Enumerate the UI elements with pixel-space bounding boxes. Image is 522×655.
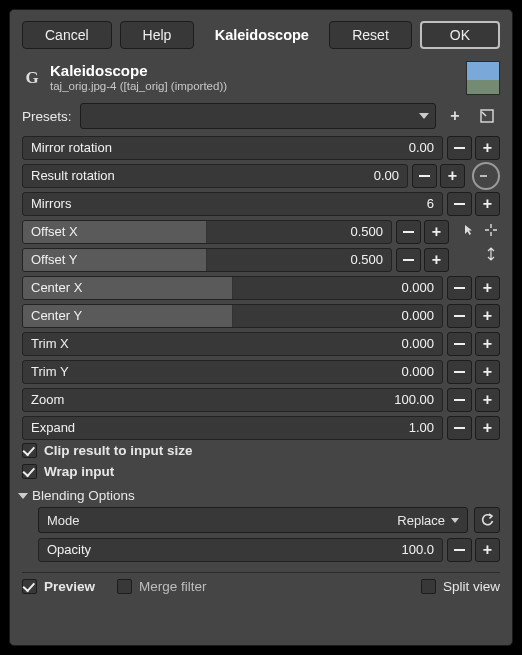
result-rotation-slider[interactable]: Result rotation 0.00	[22, 164, 408, 188]
increment-button[interactable]: +	[475, 136, 500, 160]
blending-options-header[interactable]: Blending Options	[10, 482, 512, 505]
blend-mode-row: Mode Replace	[38, 507, 500, 533]
param-label: Mirrors	[23, 196, 71, 211]
ok-button[interactable]: OK	[420, 21, 500, 49]
mirrors-slider[interactable]: Mirrors 6	[22, 192, 443, 216]
minus-icon	[454, 371, 465, 373]
param-value: 0.000	[401, 308, 434, 323]
trim-y-row: Trim Y 0.000 +	[22, 359, 500, 384]
param-label: Offset X	[23, 224, 78, 239]
center-x-slider[interactable]: Center X 0.000	[22, 276, 443, 300]
chevron-down-icon	[419, 113, 429, 119]
increment-button[interactable]: +	[440, 164, 465, 188]
save-preset-button[interactable]	[474, 103, 500, 129]
center-target-button[interactable]	[482, 221, 500, 239]
reset-blend-mode-button[interactable]	[474, 507, 500, 533]
decrement-button[interactable]	[447, 332, 472, 356]
plus-icon: +	[450, 108, 459, 124]
pick-on-canvas-button[interactable]	[460, 221, 478, 239]
clip-result-label: Clip result to input size	[44, 443, 193, 458]
presets-row: Presets: +	[10, 103, 512, 129]
param-value: 100.0	[401, 542, 434, 557]
merge-filter-checkbox[interactable]	[117, 579, 132, 594]
dialog-title: Kaleidoscope	[50, 63, 458, 80]
trim-x-slider[interactable]: Trim X 0.000	[22, 332, 443, 356]
zoom-slider[interactable]: Zoom 100.00	[22, 388, 443, 412]
presets-combo[interactable]	[80, 103, 436, 129]
wrap-input-checkbox[interactable]	[22, 464, 37, 479]
decrement-button[interactable]	[396, 220, 421, 244]
increment-button[interactable]: +	[475, 416, 500, 440]
dialog-action-bar: Cancel Help Kaleidoscope Reset OK	[10, 10, 512, 58]
minus-icon	[454, 427, 465, 429]
kaleidoscope-dialog: Cancel Help Kaleidoscope Reset OK G Kale…	[9, 9, 513, 646]
param-value: 0.00	[374, 168, 399, 183]
increment-button[interactable]: +	[424, 248, 449, 272]
minus-icon	[419, 175, 430, 177]
decrement-button[interactable]	[447, 304, 472, 328]
increment-button[interactable]: +	[475, 332, 500, 356]
plus-icon: +	[483, 280, 492, 296]
filter-name-label: Kaleidoscope	[215, 21, 309, 49]
increment-button[interactable]: +	[475, 388, 500, 412]
plus-icon: +	[483, 196, 492, 212]
increment-button[interactable]: +	[475, 538, 500, 562]
preview-checkbox[interactable]	[22, 579, 37, 594]
param-label: Zoom	[23, 392, 64, 407]
decrement-button[interactable]	[447, 538, 472, 562]
reset-button[interactable]: Reset	[329, 21, 412, 49]
param-value: 6	[427, 196, 434, 211]
param-value: 0.500	[350, 224, 383, 239]
minus-icon	[454, 203, 465, 205]
trim-y-slider[interactable]: Trim Y 0.000	[22, 360, 443, 384]
opacity-slider[interactable]: Opacity 100.0	[38, 538, 443, 562]
blending-options-panel: Mode Replace Opacity 100.0 +	[10, 505, 512, 562]
trim-x-row: Trim X 0.000 +	[22, 331, 500, 356]
minus-icon	[454, 343, 465, 345]
offset-y-slider[interactable]: Offset Y 0.500	[22, 248, 392, 272]
expand-slider[interactable]: Expand 1.00	[22, 416, 443, 440]
increment-button[interactable]: +	[475, 276, 500, 300]
decrement-button[interactable]	[447, 360, 472, 384]
param-label: Center X	[23, 280, 82, 295]
expand-dims-button[interactable]	[482, 245, 500, 263]
add-preset-button[interactable]: +	[442, 103, 468, 129]
cancel-button[interactable]: Cancel	[22, 21, 112, 49]
param-label: Trim Y	[23, 364, 69, 379]
mirror-rotation-slider[interactable]: Mirror rotation 0.00	[22, 136, 443, 160]
increment-button[interactable]: +	[475, 304, 500, 328]
preview-thumbnail[interactable]	[466, 61, 500, 95]
blend-mode-combo[interactable]: Mode Replace	[38, 507, 468, 533]
increment-button[interactable]: +	[424, 220, 449, 244]
decrement-button[interactable]	[447, 388, 472, 412]
decrement-button[interactable]	[396, 248, 421, 272]
offset-x-slider[interactable]: Offset X 0.500	[22, 220, 392, 244]
decrement-button[interactable]	[447, 276, 472, 300]
center-y-slider[interactable]: Center Y 0.000	[22, 304, 443, 328]
minus-icon	[454, 147, 465, 149]
param-label: Center Y	[23, 308, 82, 323]
gegl-icon: G	[22, 68, 42, 88]
clip-result-checkbox[interactable]	[22, 443, 37, 458]
angle-dial-button[interactable]	[472, 162, 500, 190]
title-block: Kaleidoscope taj_orig.jpg-4 ([taj_orig] …	[50, 63, 458, 92]
help-button[interactable]: Help	[120, 21, 195, 49]
increment-button[interactable]: +	[475, 360, 500, 384]
center-target-icon	[484, 223, 498, 237]
wrap-input-row[interactable]: Wrap input	[10, 461, 512, 482]
plus-icon: +	[432, 252, 441, 268]
decrement-button[interactable]	[447, 416, 472, 440]
param-value: 0.000	[401, 280, 434, 295]
mirror-rotation-row: Mirror rotation 0.00 +	[22, 135, 500, 160]
blend-mode-label: Mode	[47, 513, 80, 528]
split-view-checkbox[interactable]	[421, 579, 436, 594]
decrement-button[interactable]	[412, 164, 437, 188]
zoom-row: Zoom 100.00 +	[22, 387, 500, 412]
decrement-button[interactable]	[447, 192, 472, 216]
reset-mode-icon	[480, 513, 495, 528]
clip-result-row[interactable]: Clip result to input size	[10, 440, 512, 461]
increment-button[interactable]: +	[475, 192, 500, 216]
merge-filter-label: Merge filter	[139, 579, 207, 594]
plus-icon: +	[483, 364, 492, 380]
decrement-button[interactable]	[447, 136, 472, 160]
